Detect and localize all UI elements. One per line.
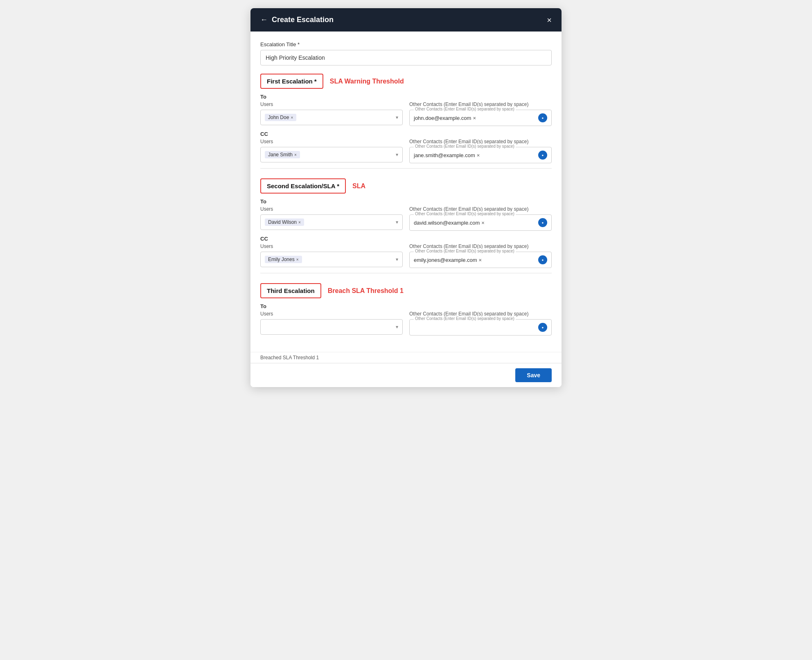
escalation-section-second: Second Escalation/SLA *SLAToUsersDavid W… [260,178,552,273]
modal-title: Create Escalation [272,16,334,24]
section-divider [260,168,552,169]
section-header-first: First Escalation *SLA Warning Threshold [260,74,552,89]
to-contacts-wrapper-third: Other Contacts (Enter Email ID(s) separa… [409,319,552,336]
to-contacts-top-label-first: Other Contacts (Enter Email ID(s) separa… [409,101,552,107]
to-contacts-col-second: Other Contacts (Enter Email ID(s) separa… [409,206,552,231]
escalation-section-third: Third EscalationBreach SLA Threshold 1To… [260,283,552,336]
remove-email-tag[interactable]: × [479,257,482,263]
chevron-down-icon: ▾ [396,152,398,158]
remove-email-tag[interactable]: × [481,220,485,226]
to-contacts-field-first[interactable]: john.doe@example.com ×● [410,110,551,126]
to-contacts-inner-label-second: Other Contacts (Enter Email ID(s) separa… [414,212,516,216]
remove-tag[interactable]: × [291,115,293,120]
to-contacts-add-btn-first[interactable]: ● [538,113,547,122]
to-users-col-second: UsersDavid Wilson ×▾ [260,206,403,231]
to-row-first: UsersJohn Doe ×▾Other Contacts (Enter Em… [260,101,552,126]
to-label-second: To [260,198,552,205]
cc-contacts-top-label-second: Other Contacts (Enter Email ID(s) separa… [409,243,552,249]
to-contacts-field-third[interactable]: ● [410,320,551,335]
email-tag: david.wilson@example.com × [414,220,485,226]
to-contacts-wrapper-first: Other Contacts (Enter Email ID(s) separa… [409,110,552,126]
to-label-first: To [260,94,552,100]
to-contacts-col-third: Other Contacts (Enter Email ID(s) separa… [409,311,552,336]
to-contacts-top-label-third: Other Contacts (Enter Email ID(s) separa… [409,311,552,317]
to-contacts-add-btn-second[interactable]: ● [538,218,547,227]
create-escalation-modal: ← Create Escalation × Escalation Title *… [250,8,562,387]
cc-contacts-field-first[interactable]: jane.smith@example.com ×● [410,147,551,163]
remove-email-tag[interactable]: × [477,152,480,158]
section-badge-first: SLA Warning Threshold [330,78,404,85]
chevron-down-icon: ▾ [396,324,398,330]
section-title-first: First Escalation * [260,74,323,89]
section-header-second: Second Escalation/SLA *SLA [260,178,552,194]
to-row-second: UsersDavid Wilson ×▾Other Contacts (Ente… [260,206,552,231]
to-users-col-third: Users▾ [260,311,403,336]
cc-contacts-field-second[interactable]: emily.jones@example.com ×● [410,252,551,268]
cc-contacts-add-btn-second[interactable]: ● [538,255,547,264]
cc-contacts-inner-label-first: Other Contacts (Enter Email ID(s) separa… [414,144,516,149]
chevron-down-icon: ▾ [396,257,398,262]
to-users-select-third[interactable]: ▾ [260,319,403,335]
section-badge-second: SLA [352,182,365,190]
to-contacts-inner-label-first: Other Contacts (Enter Email ID(s) separa… [414,107,516,111]
cc-contacts-wrapper-second: Other Contacts (Enter Email ID(s) separa… [409,252,552,268]
to-contacts-inner-label-third: Other Contacts (Enter Email ID(s) separa… [414,316,516,321]
status-bar: Breached SLA Threshold 1 [250,352,562,363]
remove-tag[interactable]: × [298,220,301,225]
status-text: Breached SLA Threshold 1 [260,355,319,360]
back-button[interactable]: ← [260,16,268,24]
close-button[interactable]: × [547,16,552,24]
to-label-third: To [260,303,552,309]
escalation-section-first: First Escalation *SLA Warning ThresholdT… [260,74,552,169]
to-users-col-first: UsersJohn Doe ×▾ [260,101,403,126]
cc-contacts-add-btn-first[interactable]: ● [538,151,547,160]
cc-row-second: UsersEmily Jones ×▾Other Contacts (Enter… [260,243,552,268]
cc-contacts-wrapper-first: Other Contacts (Enter Email ID(s) separa… [409,147,552,163]
cc-contacts-col-second: Other Contacts (Enter Email ID(s) separa… [409,243,552,268]
header-left: ← Create Escalation [260,16,334,24]
section-title-second: Second Escalation/SLA * [260,178,346,194]
user-tag: John Doe × [265,114,296,121]
sections-container: First Escalation *SLA Warning ThresholdT… [260,74,552,336]
to-users-label-third: Users [260,311,403,317]
remove-tag[interactable]: × [294,153,297,157]
modal-body: Escalation Title * First Escalation *SLA… [250,32,562,352]
user-tag: David Wilson × [265,218,304,226]
to-contacts-top-label-second: Other Contacts (Enter Email ID(s) separa… [409,206,552,212]
chevron-down-icon: ▾ [396,115,398,120]
email-tag: emily.jones@example.com × [414,257,482,263]
remove-tag[interactable]: × [296,257,299,262]
to-users-select-first[interactable]: John Doe ×▾ [260,110,403,125]
escalation-title-group: Escalation Title * [260,41,552,65]
section-title-third: Third Escalation [260,283,321,298]
modal-header: ← Create Escalation × [250,8,562,32]
save-button[interactable]: Save [515,368,552,382]
modal-footer: Save [250,363,562,387]
cc-label-second: CC [260,236,552,242]
cc-label-first: CC [260,131,552,137]
cc-users-label-first: Users [260,139,403,144]
to-users-label-second: Users [260,206,403,212]
to-row-third: Users▾Other Contacts (Enter Email ID(s) … [260,311,552,336]
chevron-down-icon: ▾ [396,219,398,225]
to-contacts-add-btn-third[interactable]: ● [538,323,547,332]
to-contacts-field-second[interactable]: david.wilson@example.com ×● [410,215,551,230]
cc-users-col-first: UsersJane Smith ×▾ [260,139,403,163]
cc-contacts-top-label-first: Other Contacts (Enter Email ID(s) separa… [409,139,552,144]
remove-email-tag[interactable]: × [473,115,476,121]
section-divider [260,273,552,273]
to-users-label-first: Users [260,101,403,107]
to-contacts-col-first: Other Contacts (Enter Email ID(s) separa… [409,101,552,126]
escalation-title-input[interactable] [260,50,552,65]
cc-users-select-second[interactable]: Emily Jones ×▾ [260,252,403,267]
user-tag: Emily Jones × [265,256,302,263]
section-badge-third: Breach SLA Threshold 1 [328,287,404,295]
cc-contacts-col-first: Other Contacts (Enter Email ID(s) separa… [409,139,552,163]
cc-contacts-inner-label-second: Other Contacts (Enter Email ID(s) separa… [414,249,516,253]
email-tag: john.doe@example.com × [414,115,476,121]
section-header-third: Third EscalationBreach SLA Threshold 1 [260,283,552,298]
to-contacts-wrapper-second: Other Contacts (Enter Email ID(s) separa… [409,214,552,231]
to-users-select-second[interactable]: David Wilson ×▾ [260,214,403,230]
cc-users-select-first[interactable]: Jane Smith ×▾ [260,147,403,162]
user-tag: Jane Smith × [265,151,300,158]
